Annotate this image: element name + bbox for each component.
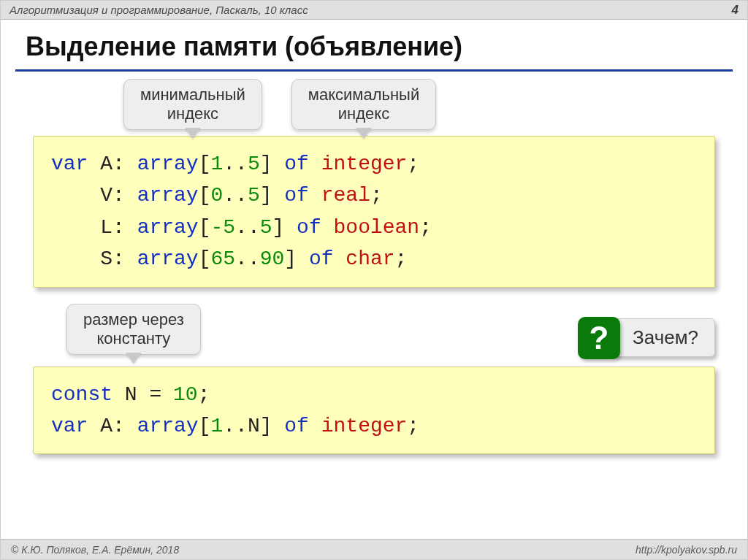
question-mark-icon: ? (578, 317, 620, 359)
copyright: © К.Ю. Поляков, Е.А. Ерёмин, 2018 (11, 544, 179, 556)
callout-min-index: минимальный индекс (123, 79, 262, 130)
kw-var: var (51, 153, 88, 175)
num-low: 1 (210, 153, 223, 175)
type-integer: integer (321, 153, 408, 175)
footer-url: http://kpolyakov.spb.ru (636, 544, 737, 556)
why-group: ? Зачем? (578, 317, 715, 359)
callout-label: размер через константу (83, 310, 184, 348)
callout-label: максимальный индекс (308, 85, 419, 123)
code-block-2: const N = 10; var A: array[1..N] of inte… (33, 367, 715, 455)
code-block-1: var A: array[1..5] of integer; V: array[… (33, 136, 715, 288)
page-title: Выделение памяти (объявление) (1, 20, 747, 69)
kw-of: of (284, 153, 309, 175)
type-real: real (321, 184, 370, 207)
num-high: 5 (248, 153, 260, 175)
page-number: 4 (732, 3, 739, 18)
title-underline (15, 69, 733, 72)
type-char: char (346, 248, 394, 270)
kw-const: const (51, 383, 112, 406)
breadcrumb: Алгоритмизация и программирование, Паска… (9, 4, 308, 16)
footer-bar: © К.Ю. Поляков, Е.А. Ерёмин, 2018 http:/… (1, 539, 747, 559)
type-boolean: boolean (334, 216, 420, 239)
callout-size-const: размер через константу (66, 304, 201, 355)
why-label: Зачем? (613, 318, 715, 357)
callout-label: минимальный индекс (140, 85, 245, 123)
const-value: 10 (173, 383, 198, 406)
header-bar: Алгоритмизация и программирование, Паска… (1, 1, 747, 20)
kw-array: array (137, 153, 199, 175)
callout-max-index: максимальный индекс (291, 79, 436, 130)
